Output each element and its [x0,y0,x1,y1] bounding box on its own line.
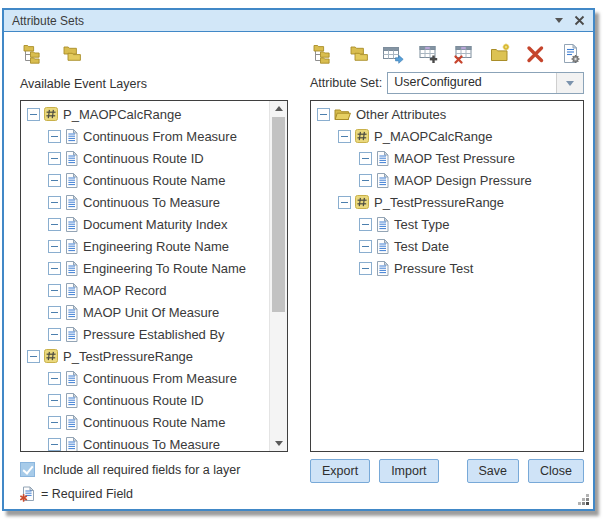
tree-item[interactable]: MAOP Test Pressure [311,147,583,169]
field-icon [65,195,78,210]
table-add-icon [418,43,441,65]
required-field-legend: = Required Field [41,487,133,501]
tree-item-label: P_TestPressureRange [63,349,193,364]
import-button[interactable]: Import [379,459,438,483]
collapse-toggle-icon[interactable] [359,240,372,253]
collapse-toggle-icon[interactable] [48,328,61,341]
close-icon[interactable] [574,15,585,26]
collapse-toggle-icon[interactable] [48,306,61,319]
tree-item[interactable]: Continuous To Measure [21,191,270,213]
folder-new-icon [489,43,512,65]
collapse-toggle-icon[interactable] [48,372,61,385]
scroll-up-button[interactable] [270,101,287,116]
collapse-toggle-icon[interactable] [48,438,61,451]
collapse-toggle-icon[interactable] [48,394,61,407]
field-icon [376,151,389,166]
attribute-set-properties-button[interactable] [559,41,584,67]
tree-item-label: Test Date [394,239,449,254]
tree-item-label: Continuous To Measure [83,195,220,210]
collapse-toggle-icon[interactable] [48,130,61,143]
new-attribute-set-button[interactable] [488,41,513,67]
field-icon [65,239,78,254]
collapse-toggle-icon[interactable] [48,416,61,429]
include-required-checkbox[interactable] [20,462,35,477]
tree-item-label: MAOP Test Pressure [394,151,515,166]
attribute-set-label: Attribute Set: [310,76,382,90]
tree-item[interactable]: Continuous From Measure [21,367,270,389]
attribute-set-panel: Other AttributesP_MAOPCalcRangeMAOP Test… [310,100,584,452]
tree-item[interactable]: Test Date [311,235,583,257]
collapse-toggle-icon[interactable] [48,262,61,275]
tree-item[interactable]: Continuous Route Name [21,411,270,433]
remove-table-button[interactable] [452,41,477,67]
tree-item[interactable]: P_MAOPCalcRange [21,103,270,125]
tree-item[interactable]: Pressure Established By [21,323,270,345]
resize-grip[interactable] [577,493,590,506]
folders-icon [60,44,83,65]
collapse-toggle-icon[interactable] [27,108,40,121]
collapse-toggle-icon[interactable] [317,108,330,121]
expand-event-layers-button[interactable] [20,41,45,67]
tree-item[interactable]: MAOP Record [21,279,270,301]
event-layer-icon [44,349,58,363]
tree-item[interactable]: Continuous Route Name [21,169,270,191]
right-toolbar [310,40,584,68]
collapse-toggle-icon[interactable] [359,262,372,275]
tree-item-label: Continuous Route ID [83,151,204,166]
titlebar[interactable]: Attribute Sets [4,10,593,32]
delete-attribute-set-button[interactable] [523,41,548,67]
triangle-down-icon [275,441,283,446]
collapse-toggle-icon[interactable] [48,240,61,253]
tree-item[interactable]: MAOP Unit Of Measure [21,301,270,323]
collapse-toggle-icon[interactable] [359,152,372,165]
attribute-set-value: UserConfigured [388,73,556,93]
export-table-button[interactable] [381,41,406,67]
tree-item[interactable]: Continuous From Measure [21,125,270,147]
collapse-toggle-icon[interactable] [48,196,61,209]
tree-item[interactable]: P_TestPressureRange [311,191,583,213]
collapse-toggle-icon[interactable] [359,174,372,187]
tree-item[interactable]: Other Attributes [311,103,583,125]
chevron-down-icon[interactable] [555,18,563,23]
scrollbar-thumb[interactable] [272,117,285,312]
collapse-toggle-icon[interactable] [48,174,61,187]
tree-item[interactable]: Engineering Route Name [21,235,270,257]
tree-item[interactable]: Continuous Route ID [21,147,270,169]
collapse-toggle-icon[interactable] [48,218,61,231]
attribute-set-select[interactable]: UserConfigured [387,72,584,94]
event-layer-icon [355,129,369,143]
collapse-attribute-set-button[interactable] [346,41,371,67]
tree-item-label: Engineering To Route Name [83,261,246,276]
scroll-down-button[interactable] [270,436,287,451]
tree-item[interactable]: MAOP Design Pressure [311,169,583,191]
tree-item-label: Continuous Route Name [83,173,225,188]
collapse-toggle-icon[interactable] [27,350,40,363]
available-layers-panel: P_MAOPCalcRangeContinuous From MeasureCo… [20,100,288,452]
add-table-button[interactable] [417,41,442,67]
tree-item[interactable]: Continuous To Measure [21,433,270,452]
export-button[interactable]: Export [310,459,370,483]
tree-item[interactable]: Document Maturity Index [21,213,270,235]
tree-item[interactable]: Engineering To Route Name [21,257,270,279]
tree-item[interactable]: Test Type [311,213,583,235]
collapse-toggle-icon[interactable] [338,130,351,143]
delete-x-icon [524,43,547,65]
dropdown-button[interactable] [556,73,583,93]
tree-item-label: P_MAOPCalcRange [374,129,493,144]
field-icon [65,305,78,320]
save-button[interactable]: Save [467,459,520,483]
collapse-toggle-icon[interactable] [48,284,61,297]
tree-item[interactable]: Continuous Route ID [21,389,270,411]
tree-item[interactable]: P_MAOPCalcRange [311,125,583,147]
left-toolbar [20,40,288,68]
close-button[interactable]: Close [528,459,584,483]
collapse-toggle-icon[interactable] [338,196,351,209]
collapse-event-layers-button[interactable] [59,41,84,67]
window-title: Attribute Sets [12,14,555,28]
expand-attribute-set-button[interactable] [310,41,335,67]
scrollbar[interactable] [269,101,287,451]
tree-item[interactable]: P_TestPressureRange [21,345,270,367]
collapse-toggle-icon[interactable] [359,218,372,231]
tree-item[interactable]: Pressure Test [311,257,583,279]
collapse-toggle-icon[interactable] [48,152,61,165]
